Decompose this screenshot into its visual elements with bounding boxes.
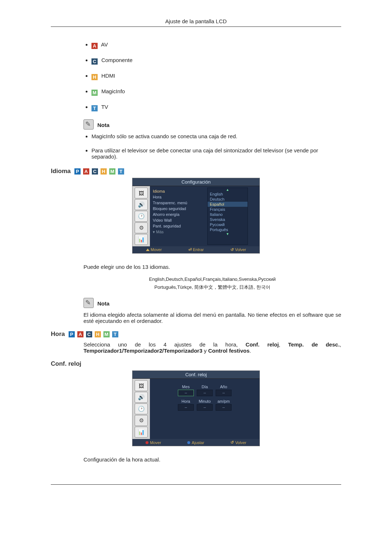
mover-icon xyxy=(146,441,148,444)
osd-menu-item: Ahorro energía xyxy=(153,212,207,217)
source-label: HDMI xyxy=(101,73,115,79)
badge-pachmt-icon: P A C H M T xyxy=(69,331,121,337)
field-value: -- xyxy=(178,404,194,411)
badge-a-icon: A xyxy=(91,43,98,49)
note-item: Para utilizar el televisor se debe conec… xyxy=(91,147,341,160)
source-item-magicinfo: M MagicInfo xyxy=(91,88,341,96)
osd-lang-option: Deutsch xyxy=(208,197,248,202)
source-item-componente: C Componente xyxy=(91,57,341,65)
osd-screenshot-conf-reloj: Conf. reloj 🖼 🔊 🕑 ⚙ 📊 Mes -- Día -- xyxy=(132,370,260,446)
osd-lang-option-selected: Español xyxy=(208,202,248,207)
hora-intro: Selecciona uno de los 4 ajustes de la ho… xyxy=(83,341,341,354)
badge-pachmt-icon: P A C H M T xyxy=(74,168,126,175)
osd-sidebar-icon: 🔊 xyxy=(135,199,148,210)
mover-icon xyxy=(146,249,150,251)
osd-sidebar: 🖼 🔊 🕑 ⚙ 📊 xyxy=(132,186,150,246)
enter-icon: ⏎ xyxy=(188,247,192,252)
osd-language-dropdown: ▲ English Deutsch Español Français Itali… xyxy=(207,188,248,245)
page-header: Ajuste de la pantalla LCD xyxy=(51,18,341,27)
osd-sidebar-icon: 🖼 xyxy=(135,380,148,391)
osd-menu-item: Pant. seguridad xyxy=(153,223,207,229)
note-heading: Nota xyxy=(83,119,341,130)
osd-lang-option: Italiano xyxy=(208,212,248,217)
field-value: -- xyxy=(197,404,213,411)
osd-title: Configuración xyxy=(132,178,260,186)
idioma-note: El idioma elegido afecta solamente al id… xyxy=(83,312,341,324)
section-title-conf-reloj: Conf. reloj xyxy=(51,360,81,367)
osd-menu-item: Transparenc. menú xyxy=(153,200,207,206)
note-icon xyxy=(83,298,94,308)
osd-sidebar-icon: ⚙ xyxy=(135,222,148,233)
field-label: Minuto xyxy=(199,399,211,403)
badge-c-icon: C xyxy=(91,58,98,65)
language-list-row: Português,Türkçe, 简体中文，繁體中文, 日本語, 한국어 xyxy=(83,284,341,291)
field-label: Hora xyxy=(181,399,190,403)
osd-lang-option: Português xyxy=(208,227,248,232)
field-label: am/pm xyxy=(217,399,230,403)
field-value: -- xyxy=(216,390,232,396)
scroll-up-icon: ▲ xyxy=(208,188,248,192)
source-item-tv: T TV xyxy=(91,104,341,111)
language-list-row: English,Deutsch,Español,Français,Italian… xyxy=(83,276,341,282)
ajustar-icon xyxy=(187,441,190,444)
osd-sidebar-icon: 📊 xyxy=(135,427,148,438)
field-label: Mes xyxy=(182,385,190,389)
badge-h-icon: H xyxy=(91,74,98,80)
page-footer-rule xyxy=(51,484,341,486)
osd-lang-option: Français xyxy=(208,207,248,212)
note-list-top: MagicInfo sólo se activa cuando se conec… xyxy=(83,133,341,160)
osd-sidebar: 🖼 🔊 🕑 ⚙ 📊 xyxy=(132,379,150,439)
osd-screenshot-configuracion: Configuración 🖼 🔊 🕑 ⚙ 📊 Idioma Hora Tran… xyxy=(132,178,260,254)
source-list: A AV C Componente H HDMI M MagicInfo T T… xyxy=(83,41,341,111)
osd-title: Conf. reloj xyxy=(132,371,260,379)
osd-sidebar-icon: 🕑 xyxy=(135,403,148,414)
osd-sidebar-icon: 🖼 xyxy=(135,188,148,198)
note-label: Nota xyxy=(97,122,109,128)
section-title-hora: Hora xyxy=(51,331,65,338)
note-item: MagicInfo sólo se activa cuando se conec… xyxy=(91,133,341,139)
osd-sidebar-icon: ⚙ xyxy=(135,415,148,426)
section-title-idioma: Idioma xyxy=(51,168,71,175)
field-value: -- xyxy=(178,390,194,396)
source-label: AV xyxy=(101,41,108,48)
osd-menu-more: ▾ Más xyxy=(153,229,207,235)
source-label: Componente xyxy=(101,57,132,63)
source-item-hdmi: H HDMI xyxy=(91,73,341,80)
volver-icon: ↺ xyxy=(230,247,234,252)
conf-caption: Configuración de la hora actual. xyxy=(83,456,341,463)
osd-footer: Mover Ajustar ↺Volver xyxy=(132,439,260,446)
osd-sidebar-icon: 🔊 xyxy=(135,392,148,403)
badge-m-icon: M xyxy=(91,90,98,96)
osd-lang-option: English xyxy=(208,192,248,197)
field-value: -- xyxy=(216,404,232,411)
time-row: Hora -- Minuto -- am/pm -- xyxy=(178,399,232,411)
osd-menu-item: Bloqueo seguridad xyxy=(153,206,207,212)
osd-footer: Mover ⏎ Entrar ↺ Volver xyxy=(132,246,260,253)
source-label: MagicInfo xyxy=(101,88,125,94)
note-heading: Nota xyxy=(83,298,341,308)
osd-menu-item: Video Wall xyxy=(153,217,207,223)
date-row: Mes -- Día -- Año -- xyxy=(178,385,232,396)
osd-menu-item: Idioma xyxy=(153,188,207,194)
osd-menu-list: Idioma Hora Transparenc. menú Bloqueo se… xyxy=(150,186,207,246)
osd-menu-item: Hora xyxy=(153,194,207,200)
field-label: Año xyxy=(220,385,227,389)
note-icon xyxy=(83,119,94,130)
osd-lang-option: Svenska xyxy=(208,217,248,222)
field-value: -- xyxy=(197,390,213,396)
scroll-down-icon: ▼ xyxy=(208,232,248,236)
source-label: TV xyxy=(101,104,108,110)
osd-sidebar-icon: 📊 xyxy=(135,234,148,245)
badge-t-icon: T xyxy=(91,105,98,111)
field-label: Día xyxy=(201,385,208,389)
note-label: Nota xyxy=(97,300,109,307)
osd-lang-option: Русский xyxy=(208,222,248,227)
volver-icon: ↺ xyxy=(230,440,234,445)
source-item-av: A AV xyxy=(91,41,341,49)
idioma-body: Puede elegir uno de los 13 idiomas. xyxy=(83,264,341,270)
osd-sidebar-icon: 🕑 xyxy=(135,211,148,222)
